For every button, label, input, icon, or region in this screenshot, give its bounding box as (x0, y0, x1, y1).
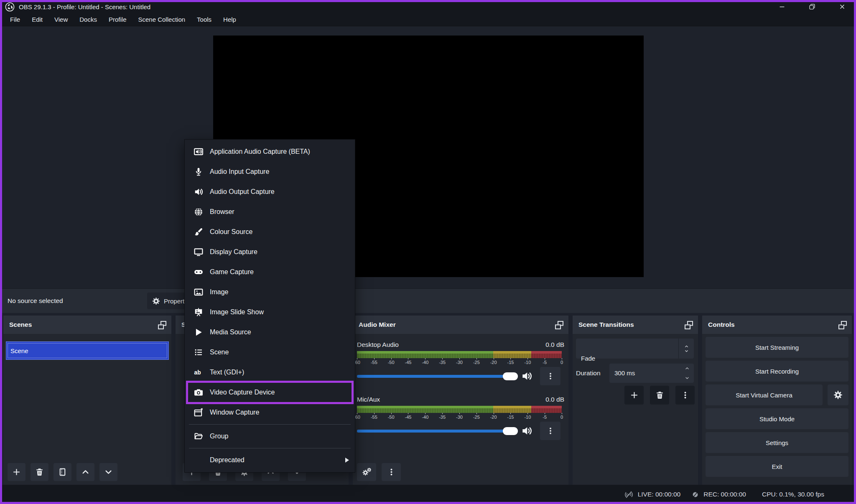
meter-scale-label: -50 (388, 415, 395, 420)
control-button[interactable]: Exit (706, 456, 848, 477)
toolbar-button[interactable] (357, 463, 376, 481)
meter-scale-label: -40 (422, 360, 428, 365)
mixer-channel: Mic/Aux 0.0 dB -60-55-50-45-40-35-30-25-… (357, 395, 564, 440)
rec-status-icon (691, 491, 699, 499)
control-button[interactable]: Start Recording (706, 361, 848, 382)
volume-slider-handle[interactable] (503, 427, 518, 435)
meter-scale-label: -15 (507, 415, 514, 420)
status-bar: LIVE: 00:00:00 REC: 00:00:00 CPU: 0.1%, … (0, 485, 856, 504)
source-menu-item[interactable]: ab Text (GDI+) (185, 362, 355, 382)
spin-down-icon[interactable] (684, 376, 690, 380)
window-button[interactable] (832, 0, 853, 13)
mute-speaker-icon[interactable] (521, 371, 532, 382)
toolbar-button[interactable] (31, 463, 48, 481)
source-menu-item[interactable]: Scene (185, 342, 355, 362)
spin-up-icon[interactable] (684, 366, 690, 371)
meter-scale-label: -40 (422, 415, 428, 420)
source-menu-item[interactable]: Audio Input Capture (185, 162, 355, 182)
source-menu-item[interactable]: Image (185, 282, 355, 302)
menu-bar-item[interactable]: Tools (191, 13, 217, 26)
toolbar-button[interactable] (76, 463, 94, 481)
window-button[interactable] (772, 0, 792, 13)
no-source-status: No source selected (8, 289, 63, 313)
virtual-camera-settings-button[interactable] (828, 384, 848, 405)
app-audio-icon (194, 147, 203, 156)
scenes-dock: Scenes Scene (3, 316, 171, 485)
window-title: OBS 29.1.3 - Profile: Untitled - Scenes:… (19, 3, 150, 10)
toolbar-button[interactable] (624, 386, 644, 405)
toolbar-button[interactable] (54, 463, 71, 481)
volume-slider-handle[interactable] (503, 372, 518, 380)
menu-bar-item[interactable]: Profile (103, 13, 132, 26)
gear-double-icon (362, 468, 371, 476)
window-button[interactable] (802, 0, 823, 13)
source-menu-item[interactable]: Game Capture (185, 262, 355, 282)
list-icon (194, 348, 203, 357)
control-button[interactable]: Start Streaming (706, 337, 848, 358)
gear-icon (833, 390, 843, 400)
rec-timer: REC: 00:00:00 (703, 491, 746, 498)
source-menu-item[interactable]: Audio Output Capture (185, 182, 355, 202)
channel-name: Mic/Aux (357, 396, 380, 403)
menu-item-label: Group (210, 433, 228, 440)
toolbar-button[interactable] (99, 463, 117, 481)
cpu-fps-stats: CPU: 0.1%, 30.00 fps (762, 491, 824, 498)
source-menu-item[interactable]: Display Capture (185, 242, 355, 262)
scene-transitions-dock: Scene Transitions Fade Duration 300 ms (573, 316, 698, 485)
channel-level-db: 0.0 dB (545, 341, 564, 349)
menu-item-label: Image Slide Show (210, 308, 264, 316)
menu-bar-item[interactable]: View (48, 13, 74, 26)
meter-scale-label: -10 (524, 360, 531, 365)
source-menu-item[interactable]: Window Capture (185, 402, 355, 423)
source-menu-item[interactable]: Colour Source (185, 222, 355, 242)
source-menu-item[interactable]: Deprecated (185, 450, 355, 470)
transition-select[interactable]: Fade (576, 339, 694, 359)
source-menu-item[interactable]: Browser (185, 202, 355, 222)
obs-logo-icon (5, 2, 15, 12)
control-row: Start Streaming (706, 337, 848, 358)
channel-options-button[interactable] (540, 367, 560, 385)
source-menu-item[interactable]: Application Audio Capture (BETA) (185, 142, 355, 162)
menu-bar-item[interactable]: Edit (26, 13, 48, 26)
volume-slider[interactable] (357, 375, 518, 378)
mute-speaker-icon[interactable] (521, 425, 532, 436)
duration-spinbox[interactable]: 300 ms (609, 364, 694, 383)
control-button[interactable]: Start Virtual Camera (706, 384, 823, 405)
toolbar-button[interactable] (8, 463, 25, 481)
menu-bar-item[interactable]: File (4, 13, 26, 26)
scenes-dock-title: Scenes (9, 316, 32, 334)
restore-icon (808, 3, 816, 10)
menu-item-label: Audio Output Capture (210, 188, 275, 196)
chevron-up-icon (684, 344, 689, 349)
control-button[interactable]: Studio Mode (706, 408, 848, 429)
menu-bar-item[interactable]: Docks (74, 13, 103, 26)
toolbar-button[interactable] (382, 463, 401, 481)
popout-icon[interactable] (684, 320, 694, 329)
channel-name: Desktop Audio (357, 341, 399, 349)
display-icon (194, 247, 203, 257)
image-icon (194, 288, 203, 297)
popout-icon[interactable] (838, 320, 848, 329)
volume-slider[interactable] (357, 430, 518, 433)
meter-scale-label: -35 (439, 415, 446, 420)
source-menu-item[interactable]: Media Source (185, 322, 355, 342)
menu-item-label: Deprecated (210, 456, 245, 464)
menu-bar-item[interactable]: Help (217, 13, 242, 26)
source-menu-item[interactable]: Image Slide Show (185, 302, 355, 322)
toolbar-button[interactable] (650, 386, 669, 405)
popout-icon[interactable] (554, 320, 564, 329)
source-menu-item[interactable]: Video Capture Device (185, 382, 355, 402)
menu-item-label: Application Audio Capture (BETA) (210, 148, 310, 155)
menu-bar-item[interactable]: Scene Collection (132, 13, 191, 26)
popout-icon[interactable] (157, 320, 167, 329)
scene-list-item[interactable]: Scene (6, 341, 169, 360)
channel-options-button[interactable] (540, 422, 560, 440)
dots-vertical-icon (546, 372, 555, 380)
source-menu-item[interactable]: Group (185, 426, 355, 446)
meter-scale-label: -30 (456, 415, 463, 420)
control-button[interactable]: Settings (706, 432, 848, 453)
toolbar-button[interactable] (675, 386, 695, 405)
meter-scale-label: -50 (388, 360, 395, 365)
submenu-arrow-icon (345, 458, 349, 463)
control-row: Start Virtual Camera (706, 384, 848, 405)
